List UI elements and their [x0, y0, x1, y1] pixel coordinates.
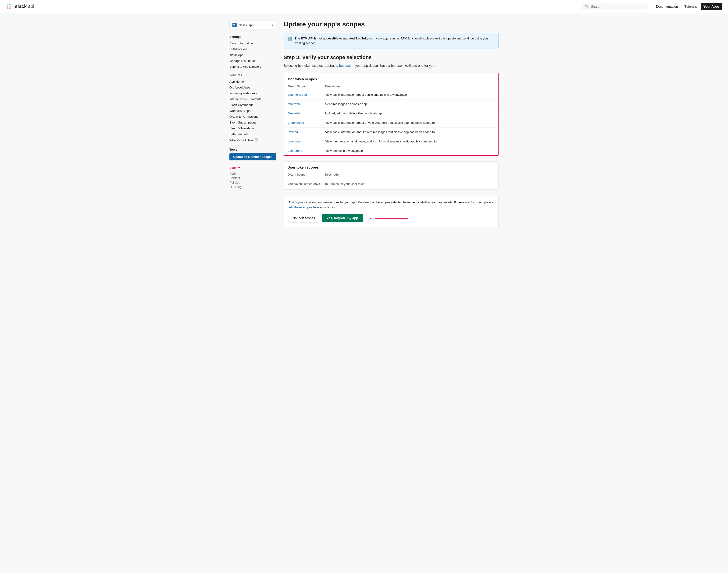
arrow-indicator: ←――――― — [369, 214, 408, 222]
search-box[interactable]: 🔍 — [582, 3, 647, 10]
sidebar-item-org-level-apps[interactable]: Org Level Apps — [230, 85, 276, 90]
scope-link[interactable]: im:read — [288, 130, 298, 134]
svg-rect-11 — [233, 26, 234, 26]
step-description: Selecting bot token scopes requires a bo… — [284, 63, 498, 68]
footer-help-link[interactable]: Help — [230, 171, 276, 176]
scope-link[interactable]: chat:write — [288, 102, 301, 106]
scope-link[interactable]: files:write — [288, 112, 300, 115]
table-row: team:read View the name, email domain, a… — [284, 137, 498, 146]
sidebar-item-workflow-steps[interactable]: Workflow Steps — [230, 108, 276, 114]
step-title: Step 3: Verify your scope selections — [284, 54, 498, 60]
no-edit-scopes-button[interactable]: No, edit scopes — [289, 214, 319, 222]
table-row: files:write Upload, edit, and delete fil… — [284, 109, 498, 118]
documentation-link[interactable]: Documentation — [653, 3, 681, 10]
sidebar-item-submit-to-app-directory[interactable]: Submit to App Directory — [230, 64, 276, 69]
svg-rect-6 — [10, 7, 11, 9]
slack-brand: Slack ♥ — [230, 166, 276, 169]
svg-rect-0 — [7, 6, 8, 7]
sidebar-item-install-app[interactable]: Install App — [230, 52, 276, 58]
app-icon-svg — [233, 23, 236, 27]
confirm-text: Thank you for picking out new scopes for… — [289, 200, 494, 210]
footer-policies-link[interactable]: Policies — [230, 180, 276, 185]
logo: slack api — [6, 3, 34, 10]
logo-text: slack api — [15, 4, 34, 9]
svg-rect-7 — [7, 7, 8, 9]
yes-migrate-button[interactable]: Yes, migrate my app — [322, 214, 363, 222]
info-circle-icon: ℹ️ — [288, 37, 292, 42]
sidebar-item-basic-information[interactable]: Basic Information — [230, 40, 276, 46]
main-content: Update your app's scopes ℹ️ The RTM API … — [284, 20, 498, 227]
scope-link[interactable]: groups:read — [288, 121, 304, 124]
app-selector[interactable]: classic app ▾ — [230, 20, 276, 30]
user-scopes-table: OAuth Scope Description — [284, 171, 498, 178]
search-input[interactable] — [591, 5, 644, 8]
sidebar: classic app ▾ Settings Basic Information… — [230, 20, 276, 227]
scope-link[interactable]: channels:read — [288, 93, 307, 96]
features-title: Features — [230, 73, 276, 77]
sidebar-item-wheres-bot-user[interactable]: Where's Bot User ? — [230, 137, 276, 143]
dropdown-chevron-icon: ▾ — [272, 23, 274, 27]
features-section: Features App Home Org Level Apps Incomin… — [230, 73, 276, 143]
svg-rect-1 — [9, 4, 10, 5]
search-icon: 🔍 — [585, 5, 589, 8]
user-oauth-scope-col-header: OAuth Scope — [284, 171, 321, 178]
sidebar-item-interactivity[interactable]: Interactivity & Shortcuts — [230, 96, 276, 102]
scope-link[interactable]: users:read — [288, 149, 302, 152]
scope-link[interactable]: team:read — [288, 140, 302, 143]
your-apps-link[interactable]: Your Apps — [701, 3, 722, 10]
svg-rect-10 — [233, 25, 235, 25]
app-name: classic app — [239, 23, 253, 27]
tools-section: Tools Update to Granular Scopes — [230, 148, 276, 160]
slack-logo-icon — [6, 3, 13, 10]
table-row: users:read View people in a workspace — [284, 146, 498, 156]
table-row: channels:read View basic information abo… — [284, 90, 498, 99]
sidebar-item-beta-features[interactable]: Beta Features — [230, 131, 276, 137]
description-col-header: Description — [322, 83, 498, 90]
sidebar-item-collaborators[interactable]: Collaborators — [230, 46, 276, 52]
svg-rect-3 — [9, 7, 10, 9]
scope-description: View people in a workspace — [322, 146, 498, 156]
sidebar-item-event-subscriptions[interactable]: Event Subscriptions — [230, 119, 276, 125]
user-token-scopes-title: User token scopes — [284, 162, 498, 171]
sidebar-item-app-home[interactable]: App Home — [230, 79, 276, 85]
oauth-scope-col-header: OAuth Scope — [284, 83, 322, 90]
app-icon — [232, 23, 237, 27]
update-to-granular-scopes-button[interactable]: Update to Granular Scopes — [230, 153, 276, 160]
header-nav: Documentation Tutorials Your Apps — [653, 3, 722, 10]
settings-section: Settings Basic Information Collaborators… — [230, 35, 276, 69]
confirm-section: Thank you for picking out new scopes for… — [284, 195, 498, 227]
settings-title: Settings — [230, 35, 276, 39]
svg-rect-5 — [10, 4, 11, 5]
svg-rect-9 — [233, 24, 235, 25]
sidebar-item-oauth-permissions[interactable]: OAuth & Permissions — [230, 114, 276, 119]
table-row: groups:read View basic information about… — [284, 118, 498, 127]
scope-description: View basic information about public chan… — [322, 90, 498, 99]
sidebar-item-incoming-webhooks[interactable]: Incoming Webhooks — [230, 90, 276, 96]
table-row: chat:write Send messages as classic app — [284, 99, 498, 109]
sidebar-item-user-id-translation[interactable]: User ID Translation — [230, 125, 276, 131]
header: slack api 🔍 Documentation Tutorials Your… — [0, 0, 728, 13]
sidebar-item-manage-distribution[interactable]: Manage Distribution — [230, 58, 276, 64]
bot-scopes-table: OAuth Scope Description channels:read Vi… — [284, 83, 498, 155]
svg-rect-4 — [7, 4, 8, 5]
confirm-actions: No, edit scopes Yes, migrate my app ←―――… — [289, 214, 494, 222]
bot-token-scopes-title: Bot token scopes — [284, 73, 498, 83]
scope-description: View basic information about direct mess… — [322, 127, 498, 137]
footer-contact-link[interactable]: Contact — [230, 176, 276, 180]
footer-blog-link[interactable]: Our Blog — [230, 185, 276, 189]
sidebar-footer: Slack ♥ Help Contact Policies Our Blog — [230, 166, 276, 189]
info-banner-text: The RTM API is not accessible to updated… — [295, 36, 495, 45]
scope-description: Upload, edit, and delete files as classi… — [322, 109, 498, 118]
table-row: im:read View basic information about dir… — [284, 127, 498, 137]
user-scopes-empty-message: You haven't added any OAuth Scopes for y… — [284, 178, 498, 189]
svg-rect-2 — [10, 6, 11, 7]
bot-token-scopes-section: Bot token scopes OAuth Scope Description… — [284, 73, 498, 156]
page-title: Update your app's scopes — [284, 20, 498, 28]
bot-user-link[interactable]: bot user — [339, 64, 351, 67]
tutorials-link[interactable]: Tutorials — [682, 3, 700, 10]
user-token-scopes-section: User token scopes OAuth Scope Descriptio… — [284, 161, 498, 190]
scope-description: Send messages as classic app — [322, 99, 498, 109]
scope-description: View the name, email domain, and icon fo… — [322, 137, 498, 146]
sidebar-item-slash-commands[interactable]: Slash Commands — [230, 102, 276, 108]
edit-scopes-link[interactable]: edit these scopes — [289, 205, 312, 209]
